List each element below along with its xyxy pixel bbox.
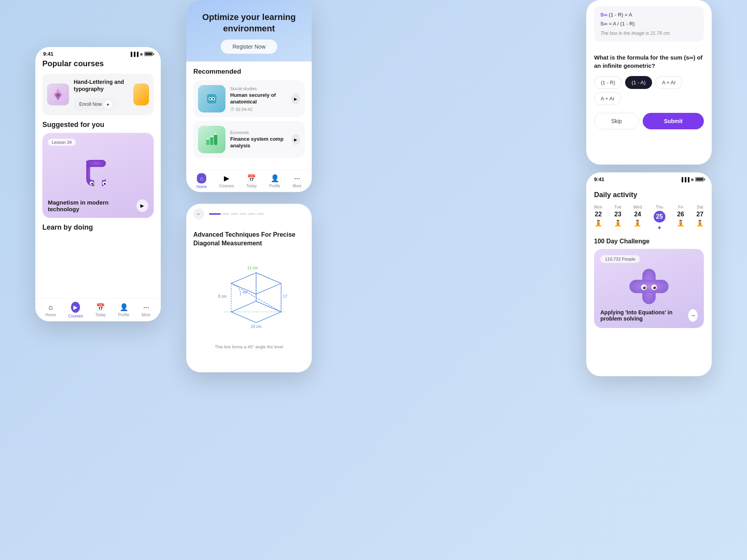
question-text: What is the formula for the sum (s∞) of … [594, 53, 704, 70]
svg-point-31 [643, 286, 645, 288]
svg-rect-14 [210, 137, 213, 145]
skip-button[interactable]: Skip [594, 113, 639, 129]
status-icons-5: ▐▐▐ ⌾ [680, 177, 704, 182]
nav-home-2[interactable]: ⌂ Home [196, 173, 207, 189]
p3-header: ← [186, 204, 312, 224]
rec-category-2: Economic [230, 130, 287, 135]
cal-fri: Fri 26 🧘 [677, 205, 685, 232]
cal-tue: Tue 23 🧘 [614, 205, 622, 232]
play-btn-rec1[interactable]: ▶ [291, 93, 300, 104]
back-button[interactable]: ← [193, 208, 204, 219]
profile-icon-2: 👤 [271, 174, 279, 183]
svg-point-12 [213, 98, 214, 100]
nav-more-2[interactable]: ··· More [293, 174, 302, 188]
formula-1: S∞ (1 - R) = A [600, 12, 698, 18]
suggested-course-title: Magnetism in modern technology [48, 199, 136, 212]
time-5: 9:41 [594, 176, 604, 182]
question-section: What is the formula for the sum (s∞) of … [586, 53, 712, 136]
status-bar-1: 9:41 ▐▐▐ ⌾ [35, 47, 161, 59]
register-button[interactable]: Register Now [221, 40, 277, 54]
nav-more-1[interactable]: ··· More [142, 303, 151, 317]
rec-info-2: Economic Finance system comp analysis [230, 130, 287, 149]
rec-name-1: Human securely of anatomical [230, 92, 287, 105]
bottom-nav-1: ⌂ Home ▶ Courses 📅 Today 👤 Profile ··· M… [35, 298, 161, 321]
profile-icon: 👤 [120, 303, 128, 312]
option-2[interactable]: (1 - A) [625, 76, 652, 89]
p4-content: S∞ (1 - R) = A S∞ = A / (1 - R) The box … [586, 0, 712, 53]
learn-title: Learn by doing [42, 223, 154, 232]
hero-section: Optimize your learning environment Regis… [186, 0, 312, 62]
recommended-section: Recommended Social studies Human securel… [186, 62, 312, 168]
phone-2: Optimize your learning environment Regis… [186, 0, 312, 192]
rec-card-2: Economic Finance system comp analysis ▶ [193, 121, 305, 158]
popular-courses-title: Popular courses [42, 59, 154, 68]
phone-4: S∞ (1 - R) = A S∞ = A / (1 - R) The box … [586, 0, 712, 165]
progress-dots [209, 213, 305, 215]
cal-sat: Sat 27 🧘 [696, 205, 704, 232]
option-4[interactable]: A + Ar [594, 92, 621, 105]
nav-courses-2[interactable]: ▶ Courses [219, 174, 234, 188]
bottom-nav-2: ⌂ Home ▶ Courses 📅 Today 👤 Profile ··· M… [186, 170, 312, 192]
action-buttons: Skip Submit [594, 113, 704, 129]
nav-courses-1[interactable]: ▶ Courses [68, 302, 83, 318]
svg-point-16 [207, 138, 209, 140]
label-angle: 45° [243, 290, 248, 294]
formula-card: S∞ (1 - R) = A S∞ = A / (1 - R) The box … [594, 6, 704, 42]
today-icon-2: 📅 [247, 174, 256, 183]
challenge-arrow-button[interactable]: → [688, 309, 698, 322]
phone-1: 9:41 ▐▐▐ ⌾ Popular courses Hand-Letterin… [35, 47, 161, 321]
submit-button[interactable]: Submit [643, 113, 704, 129]
option-1[interactable]: (1 - R) [594, 76, 622, 89]
phone-5: 9:41 ▐▐▐ ⌾ Daily activity Mon 22 🧘 Tue 2… [586, 172, 712, 376]
courses-icon-2: ▶ [224, 174, 229, 183]
rec-thumb-1 [198, 85, 225, 112]
nav-home-1[interactable]: ⌂ Home [45, 303, 56, 317]
status-bar-5: 9:41 ▐▐▐ ⌾ [586, 172, 712, 185]
option-3[interactable]: A + Ar [655, 76, 682, 89]
rec-category-1: Social studies [230, 86, 287, 91]
more-icon: ··· [143, 303, 149, 312]
label-bottom: 10 cm [251, 324, 262, 329]
play-button-suggested[interactable]: ▶ [136, 199, 148, 212]
rec-info-1: Social studies Human securely of anatomi… [230, 86, 287, 112]
hero-title: Optimize your learning environment [196, 12, 302, 34]
answer-options: (1 - R) (1 - A) A + Ar A + Ar [594, 76, 704, 105]
svg-rect-26 [629, 280, 669, 293]
challenge-title: 100 Day Challenge [594, 238, 704, 245]
nav-today-1[interactable]: 📅 Today [95, 303, 106, 317]
course-card-1: Hand-Lettering and typography Enroll Now… [42, 74, 154, 115]
svg-point-2 [56, 94, 60, 97]
rec-name-2: Finance system comp analysis [230, 136, 287, 149]
svg-point-11 [209, 98, 211, 100]
challenge-section: 100 Day Challenge 110,732 People [594, 238, 704, 328]
label-top: 11 cm [247, 266, 258, 270]
home-icon-2: ⌂ [200, 175, 203, 181]
cross-illustration [600, 267, 698, 306]
courses-icon: ▶ [73, 304, 78, 310]
today-icon: 📅 [96, 303, 105, 312]
course-thumb-1 [47, 83, 69, 105]
play-btn-rec2[interactable]: ▶ [292, 134, 300, 145]
enroll-button[interactable]: Enroll Now ▶ [74, 98, 118, 111]
svg-point-7 [104, 183, 106, 185]
label-left: 8 cm [218, 294, 227, 298]
challenge-name: Applying 'Into Equations' in problem sol… [600, 309, 688, 322]
svg-rect-3 [86, 160, 106, 167]
formula-note: The box in the image is 21.76 cm [600, 31, 698, 36]
daily-title: Daily activity [594, 191, 704, 199]
course-info-1: Hand-Lettering and typography Enroll Now… [74, 78, 129, 111]
time-1: 9:41 [43, 51, 53, 57]
cal-mon: Mon 22 🧘 [594, 205, 602, 232]
diagram-note: This line forms a 45° angle the level [193, 341, 305, 352]
nav-profile-1[interactable]: 👤 Profile [118, 303, 129, 317]
cal-wed: Wed 24 🧘 [633, 205, 642, 232]
nav-profile-2[interactable]: 👤 Profile [269, 174, 280, 188]
p5-content: Daily activity Mon 22 🧘 Tue 23 🧘 Wed 24 … [586, 185, 712, 334]
svg-point-6 [91, 183, 93, 185]
rec-card-1: Social studies Human securely of anatomi… [193, 80, 305, 117]
nav-today-2[interactable]: 📅 Today [246, 174, 257, 188]
label-right: 17 cm [283, 294, 288, 298]
svg-rect-13 [206, 140, 209, 145]
signal-icon: ▐▐▐ [129, 52, 138, 56]
svg-point-17 [211, 136, 213, 137]
